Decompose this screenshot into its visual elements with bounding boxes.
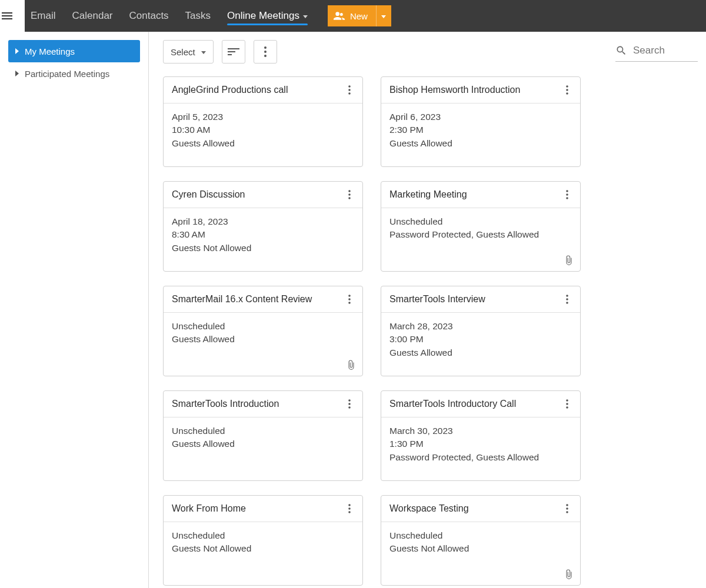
sort-button[interactable] bbox=[222, 40, 245, 64]
meeting-card-body: April 6, 20232:30 PMGuests Allowed bbox=[381, 103, 580, 166]
meeting-card-menu-button[interactable] bbox=[560, 397, 574, 411]
svg-point-13 bbox=[566, 193, 568, 196]
meeting-card-line: Unscheduled bbox=[172, 425, 354, 437]
hamburger-wrap bbox=[0, 0, 25, 32]
svg-point-8 bbox=[566, 92, 568, 95]
svg-point-16 bbox=[348, 298, 351, 300]
meeting-card-title: Workspace Testing bbox=[389, 503, 469, 514]
nav-tab-contacts[interactable]: Contacts bbox=[129, 2, 169, 30]
meeting-card-body: April 5, 202310:30 AMGuests Allowed bbox=[164, 103, 362, 166]
nav-tab-online-meetings[interactable]: Online Meetings bbox=[227, 2, 308, 30]
svg-point-11 bbox=[348, 197, 351, 199]
meeting-card-menu-button[interactable] bbox=[342, 502, 357, 516]
meeting-card-menu-button[interactable] bbox=[342, 83, 357, 97]
sidebar-item-participated-meetings[interactable]: Participated Meetings bbox=[8, 62, 140, 85]
group-icon bbox=[334, 12, 345, 20]
meeting-card-menu-button[interactable] bbox=[560, 188, 574, 202]
meeting-card-line: 1:30 PM bbox=[389, 437, 572, 450]
svg-point-12 bbox=[566, 190, 568, 192]
kebab-icon bbox=[348, 504, 351, 513]
kebab-icon bbox=[566, 504, 568, 513]
svg-point-19 bbox=[566, 298, 568, 300]
meeting-card-line: March 28, 2023 bbox=[389, 320, 572, 333]
svg-point-25 bbox=[566, 403, 568, 405]
new-button-dropdown[interactable] bbox=[376, 5, 391, 26]
meeting-card[interactable]: Cyren DiscussionApril 18, 20238:30 AMGue… bbox=[163, 181, 363, 272]
meeting-card-line: Guests Allowed bbox=[389, 137, 572, 150]
svg-point-29 bbox=[348, 511, 351, 513]
meeting-card[interactable]: Work From HomeUnscheduledGuests Not Allo… bbox=[163, 495, 363, 586]
meeting-card-body: UnscheduledGuests Not Allowed bbox=[164, 522, 362, 585]
meeting-card[interactable]: Workspace TestingUnscheduledGuests Not A… bbox=[381, 495, 581, 586]
nav-tab-calendar[interactable]: Calendar bbox=[72, 2, 113, 30]
meeting-card-header: SmarterTools Introduction bbox=[164, 391, 362, 417]
more-actions-button[interactable] bbox=[254, 40, 277, 64]
meeting-card-menu-button[interactable] bbox=[342, 292, 357, 306]
meeting-card[interactable]: SmarterTools Introductory CallMarch 30, … bbox=[381, 390, 581, 481]
sidebar-item-my-meetings[interactable]: My Meetings bbox=[8, 40, 140, 62]
menu-icon[interactable] bbox=[0, 9, 14, 23]
svg-point-2 bbox=[264, 55, 267, 57]
sidebar: My Meetings Participated Meetings bbox=[0, 32, 149, 588]
svg-point-24 bbox=[566, 399, 568, 402]
meeting-card-header: SmarterTools Interview bbox=[381, 286, 580, 313]
meeting-card-menu-button[interactable] bbox=[560, 83, 574, 97]
meeting-card-line: March 30, 2023 bbox=[389, 425, 572, 437]
chevron-down-icon bbox=[303, 15, 308, 18]
meeting-card-header: Bishop Hemsworth Introduction bbox=[381, 77, 580, 103]
meeting-card-menu-button[interactable] bbox=[560, 502, 574, 516]
search-input[interactable] bbox=[633, 45, 698, 56]
meeting-card[interactable]: SmarterTools IntroductionUnscheduledGues… bbox=[163, 390, 363, 481]
meeting-card-header: SmarterTools Introductory Call bbox=[381, 391, 580, 417]
select-button-label: Select bbox=[171, 47, 195, 57]
svg-point-7 bbox=[566, 89, 568, 91]
nav-tab-label: Online Meetings bbox=[227, 10, 299, 22]
select-button[interactable]: Select bbox=[163, 40, 214, 64]
meeting-card-header: SmarterMail 16.x Content Review bbox=[164, 286, 362, 313]
meeting-card-title: Work From Home bbox=[172, 503, 246, 514]
meeting-card-line: April 18, 2023 bbox=[172, 215, 354, 228]
svg-point-27 bbox=[348, 504, 351, 506]
meeting-card-header: Marketing Meeting bbox=[381, 182, 580, 208]
meeting-card-line: Guests Allowed bbox=[172, 437, 354, 450]
meeting-card-menu-button[interactable] bbox=[342, 188, 357, 202]
meeting-card-menu-button[interactable] bbox=[342, 397, 357, 411]
meeting-card[interactable]: Bishop Hemsworth IntroductionApril 6, 20… bbox=[381, 76, 581, 167]
meeting-card-line: Unscheduled bbox=[172, 529, 354, 542]
meeting-card-body: UnscheduledGuests Allowed bbox=[164, 417, 362, 480]
search-field[interactable] bbox=[615, 42, 698, 62]
meeting-card-title: AngleGrind Productions call bbox=[172, 85, 288, 95]
meeting-card[interactable]: SmarterMail 16.x Content ReviewUnschedul… bbox=[163, 286, 363, 376]
kebab-icon bbox=[566, 190, 568, 199]
attachment-icon bbox=[564, 255, 574, 266]
sort-icon bbox=[228, 47, 239, 56]
meeting-card-header: Cyren Discussion bbox=[164, 182, 362, 208]
attachment-icon bbox=[564, 569, 574, 580]
meeting-card[interactable]: Marketing MeetingUnscheduledPassword Pro… bbox=[381, 181, 581, 272]
meeting-card-line: Guests Not Allowed bbox=[172, 542, 354, 555]
svg-point-15 bbox=[348, 295, 351, 297]
kebab-icon bbox=[348, 85, 351, 95]
meeting-card-body: March 30, 20231:30 PMPassword Protected,… bbox=[381, 417, 580, 480]
meeting-card-line: Password Protected, Guests Allowed bbox=[389, 228, 572, 241]
meeting-card-menu-button[interactable] bbox=[560, 292, 574, 306]
meeting-card[interactable]: SmarterTools InterviewMarch 28, 20233:00… bbox=[381, 286, 581, 376]
svg-point-1 bbox=[264, 51, 267, 53]
meeting-card-line: 3:00 PM bbox=[389, 333, 572, 346]
meeting-card-body: UnscheduledPassword Protected, Guests Al… bbox=[381, 208, 580, 271]
main-content: Select AngleGrind bbox=[149, 32, 706, 588]
svg-point-23 bbox=[348, 406, 351, 409]
new-button-group: New bbox=[328, 5, 391, 26]
toolbar: Select bbox=[163, 40, 698, 64]
kebab-icon bbox=[566, 85, 568, 95]
meeting-card-title: Marketing Meeting bbox=[389, 189, 467, 200]
meeting-card-body: UnscheduledGuests Not Allowed bbox=[381, 522, 580, 585]
meeting-card-line: 8:30 AM bbox=[172, 228, 354, 241]
meeting-card[interactable]: AngleGrind Productions callApril 5, 2023… bbox=[163, 76, 363, 167]
nav-tab-email[interactable]: Email bbox=[31, 2, 56, 30]
meeting-card-body: April 18, 20238:30 AMGuests Not Allowed bbox=[164, 208, 362, 271]
new-button[interactable]: New bbox=[328, 5, 376, 26]
meeting-card-line: Guests Not Allowed bbox=[172, 242, 354, 255]
meeting-card-line: 2:30 PM bbox=[389, 123, 572, 136]
nav-tab-tasks[interactable]: Tasks bbox=[185, 2, 211, 30]
